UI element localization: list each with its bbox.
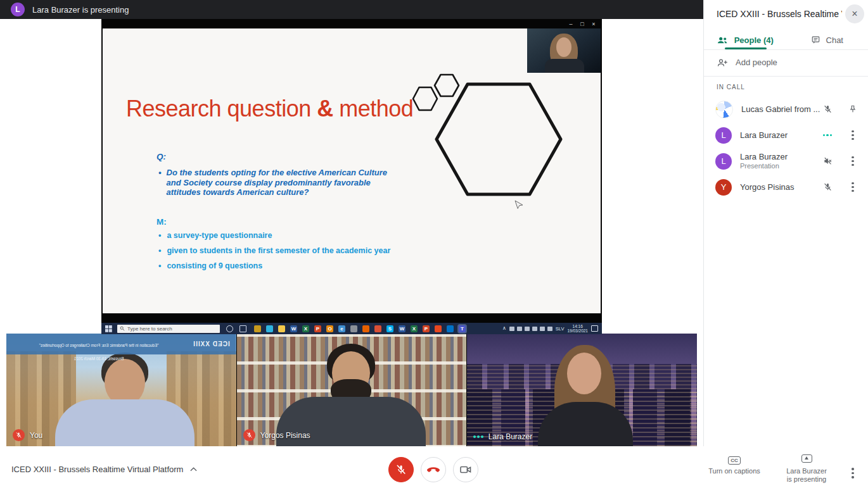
tab-people[interactable]: People (4) — [704, 30, 786, 49]
overflow-menu-icon[interactable] — [848, 182, 858, 192]
pin-icon[interactable] — [848, 104, 858, 115]
taskbar-skype-icon[interactable]: S — [386, 325, 393, 332]
participant-name: You — [30, 431, 42, 440]
meeting-name[interactable]: ICED XXIII - Brussels Realtime Virtual P… — [11, 465, 197, 474]
tray-volume-icon[interactable] — [532, 327, 537, 331]
camera-toggle-button[interactable] — [453, 457, 478, 482]
mouse-cursor — [515, 201, 523, 209]
close-icon[interactable]: × — [589, 20, 598, 28]
taskbar-word-2-icon[interactable]: W — [399, 325, 405, 332]
slide-m-bullet-text: consisting of 9 questions — [167, 261, 262, 270]
tab-chat[interactable]: Chat — [786, 30, 868, 49]
tray-language[interactable]: SLV — [556, 326, 565, 332]
video-tile-you[interactable]: ICED XXIII 23rd International Conference… — [6, 334, 236, 446]
tray-time: 14:16 — [573, 324, 583, 328]
taskbar-outlook-icon[interactable] — [447, 325, 454, 332]
participant-row[interactable]: Y Yorgos Pisinas — [704, 174, 868, 200]
speaking-indicator-icon — [473, 435, 483, 438]
presenting-status-button[interactable]: Lara Burazer is presenting — [777, 454, 836, 484]
tray-date: 19/03/2021 — [567, 328, 588, 333]
bullet-glyph: • — [158, 231, 161, 240]
tray-clock[interactable]: 14:16 19/03/2021 — [567, 324, 588, 334]
taskbar-calculator-icon[interactable] — [350, 325, 357, 332]
taskbar-chrome-icon[interactable] — [374, 325, 381, 332]
slide-title-part1: Research question — [126, 96, 311, 122]
taskbar-word-icon[interactable]: W — [290, 325, 297, 332]
presenter-webcam-overlay — [527, 28, 601, 73]
action-center-icon[interactable] — [591, 325, 598, 332]
presenting-line1: Lara Burazer — [786, 467, 827, 475]
overflow-menu-icon[interactable] — [848, 130, 858, 141]
end-call-button[interactable] — [421, 457, 446, 482]
taskbar-teams-icon[interactable]: T — [459, 325, 466, 332]
presenter-status-bar: L Lara Burazer is presenting — [0, 0, 703, 19]
taskbar-office-icon[interactable]: O — [326, 325, 333, 332]
taskbar-firefox-icon[interactable] — [362, 325, 369, 332]
maximize-icon[interactable]: □ — [578, 20, 587, 28]
tray-chevron-up-icon[interactable]: ∧ — [502, 326, 506, 331]
close-panel-icon[interactable]: × — [845, 4, 864, 23]
taskbar-search-input[interactable]: Type here to search — [117, 325, 220, 333]
participant-avatar-image — [715, 101, 733, 118]
taskbar-windows-security-icon[interactable] — [254, 325, 261, 332]
taskbar-excel-2-icon[interactable]: X — [411, 325, 418, 332]
conference-logo: ICED XXIII — [193, 341, 229, 347]
presenting-line2: is presenting — [787, 475, 826, 483]
taskbar-file-explorer-icon[interactable] — [278, 325, 285, 332]
participant-row[interactable]: L Lara Burazer Presentation — [704, 148, 868, 174]
more-options-icon[interactable] — [852, 468, 854, 479]
tray-pen-icon[interactable] — [525, 327, 530, 331]
tray-cloud-icon[interactable] — [517, 327, 522, 331]
slide-q-bullet-text: Do the students opting for the elective … — [167, 168, 394, 197]
tile-name-label: Lara Burazer — [473, 432, 532, 441]
tray-folder-icon[interactable] — [509, 327, 514, 331]
add-people-button[interactable]: Add people — [717, 58, 777, 67]
windows-start-icon[interactable] — [105, 325, 112, 332]
overflow-menu-icon[interactable] — [848, 156, 858, 166]
tile-name-label: Yorgos Pisinas — [243, 429, 310, 441]
taskbar-powerpoint-icon[interactable]: P — [314, 325, 321, 332]
video-tile-yorgos[interactable]: Yorgos Pisinas — [237, 334, 467, 446]
system-tray: ∧ SLV 14:16 19/03/2021 — [502, 324, 598, 334]
video-tile-lara[interactable]: Lara Burazer — [467, 334, 697, 446]
tab-chat-label: Chat — [826, 35, 843, 45]
call-control-bar: ICED XXIII - Brussels Realtime Virtual P… — [0, 446, 868, 488]
taskbar-excel-icon[interactable]: X — [302, 325, 309, 332]
minimize-icon[interactable]: – — [566, 20, 575, 28]
captions-label: Turn on captions — [708, 467, 760, 475]
panel-title: ICED XXIII - Brussels Realtime Virt... — [717, 9, 842, 19]
taskbar-powerpoint-2-icon[interactable]: P — [423, 325, 430, 332]
bullet-glyph: • — [158, 168, 162, 197]
avatar: L — [715, 153, 732, 170]
chevron-up-icon — [190, 467, 197, 472]
task-view-icon[interactable] — [239, 325, 246, 332]
audio-off-icon — [822, 156, 833, 166]
tray-keyboard-icon[interactable] — [547, 327, 552, 331]
in-call-section-label: IN CALL — [717, 84, 745, 91]
slide-m-bullet: • consisting of 9 questions — [158, 261, 424, 270]
microphone-mute-button[interactable] — [388, 457, 414, 482]
captions-icon: CC — [728, 456, 741, 465]
participant-name: Lara Burazer — [488, 432, 532, 441]
avatar: L — [715, 127, 732, 144]
taskbar-edge-icon[interactable] — [266, 325, 273, 332]
banner-line3: Brussels, 19-30 March 2021 — [74, 356, 124, 361]
tile-name-label: You — [13, 429, 42, 441]
participant-row[interactable]: Lucas Gabriel from ... (You) — [704, 96, 868, 122]
taskbar-acrobat-icon[interactable] — [435, 325, 442, 332]
add-people-label: Add people — [736, 58, 777, 67]
slide-title-part2: method — [339, 96, 413, 122]
avatar: Y — [715, 179, 732, 196]
mic-off-icon — [822, 182, 833, 192]
participant-name: Lucas Gabriel from ... (You) — [741, 105, 822, 114]
slide-m-bullet-text: given to students in the first semester … — [167, 246, 390, 255]
cortana-icon[interactable] — [226, 325, 233, 332]
taskbar-internet-explorer-icon[interactable]: e — [338, 325, 345, 332]
presenter-status-text: Lara Burazer is presenting — [32, 5, 129, 15]
panel-tabs: People (4) Chat — [704, 30, 868, 49]
participant-row[interactable]: L Lara Burazer — [704, 122, 868, 148]
participant-name: Lara Burazer — [740, 131, 822, 140]
hang-up-icon — [426, 466, 440, 473]
turn-on-captions-button[interactable]: CC Turn on captions — [705, 456, 764, 475]
tray-shield-icon[interactable] — [540, 327, 545, 331]
